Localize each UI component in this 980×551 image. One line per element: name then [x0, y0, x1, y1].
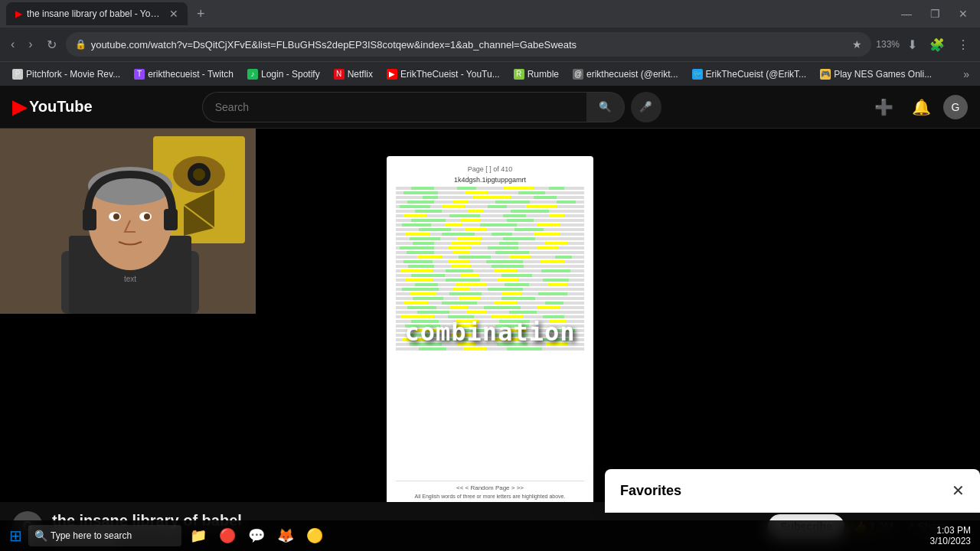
bookmark-twitter2[interactable]: 🐦 ErikTheCueist (@ErikT... [686, 67, 813, 81]
doc-footer: << < Random Page > >> [396, 481, 584, 491]
bookmark-twitch-icon: T [134, 69, 145, 80]
bookmark-youtube[interactable]: ▶ ErikTheCueist - YouTu... [381, 67, 506, 81]
search-input[interactable] [202, 92, 586, 122]
taskbar-browser-icon[interactable]: 🔴 [214, 522, 241, 549]
svg-point-4 [193, 168, 205, 181]
bookmark-rumble-icon: R [514, 69, 524, 80]
active-tab[interactable]: ▶ the insane library of babel - YouTube … [6, 2, 188, 25]
webcam-image: text [0, 129, 256, 314]
tab-title: the insane library of babel - YouTube [27, 8, 165, 19]
svg-rect-80 [448, 246, 471, 249]
svg-rect-91 [555, 256, 572, 259]
svg-rect-68 [534, 233, 560, 236]
bookmark-nes[interactable]: 🎮 Play NES Games Onli... [814, 67, 938, 81]
svg-rect-50 [549, 214, 564, 217]
svg-rect-134 [403, 302, 428, 305]
svg-rect-39 [442, 205, 465, 208]
maximize-button[interactable]: ❐ [924, 5, 946, 23]
svg-rect-139 [407, 306, 436, 309]
svg-rect-109 [501, 274, 532, 277]
extensions-button[interactable]: 🧩 [925, 34, 949, 55]
taskbar-explorer-icon[interactable]: 📁 [185, 522, 212, 549]
more-bookmarks-button[interactable]: » [959, 67, 974, 82]
svg-rect-119 [547, 283, 567, 286]
bookmark-netflix-icon: N [334, 69, 345, 80]
svg-rect-22 [503, 187, 534, 190]
bookmark-rumble[interactable]: R Rumble [508, 67, 565, 81]
bookmark-youtube-icon: ▶ [387, 69, 397, 80]
svg-rect-36 [557, 201, 576, 204]
user-avatar[interactable]: G [943, 95, 968, 119]
svg-rect-176 [410, 343, 442, 346]
address-bar[interactable]: 🔒 youtube.com/watch?v=DsQitCjXFvE&list=F… [66, 32, 872, 57]
nav-icons: 133% ⬇ 🧩 ⋮ [876, 34, 974, 55]
youtube-logo[interactable]: ▶ YouTube [12, 96, 93, 118]
svg-rect-98 [408, 265, 434, 268]
svg-rect-23 [549, 187, 564, 190]
svg-rect-85 [453, 251, 470, 254]
svg-rect-169 [492, 334, 528, 337]
back-button[interactable]: ‹ [6, 34, 19, 54]
bookmark-pitchfork-icon: P [12, 69, 23, 80]
svg-rect-53 [461, 219, 480, 222]
bookmark-twitter2-icon: 🐦 [692, 69, 703, 80]
svg-rect-52 [411, 219, 446, 222]
svg-rect-126 [449, 292, 482, 295]
bookmark-twitter1[interactable]: @ erikthecueist (@erikt... [567, 67, 684, 81]
svg-rect-145 [466, 311, 486, 314]
bookmark-youtube-label: ErikTheCueist - YouTu... [400, 69, 500, 80]
svg-rect-131 [459, 297, 480, 300]
create-button[interactable]: ➕ [868, 92, 900, 122]
svg-rect-47 [403, 214, 426, 217]
svg-rect-168 [451, 334, 471, 337]
svg-rect-150 [492, 315, 524, 318]
taskbar-firefox-icon[interactable]: 🦊 [272, 522, 299, 549]
svg-rect-43 [415, 210, 442, 213]
refresh-button[interactable]: ↻ [42, 34, 61, 55]
taskbar-search[interactable]: 🔍 Type here to search [28, 525, 181, 546]
svg-rect-136 [494, 302, 517, 305]
tab-close-button[interactable]: ✕ [169, 8, 178, 20]
svg-rect-130 [413, 297, 443, 300]
new-tab-button[interactable]: + [191, 3, 211, 25]
start-button[interactable]: ⊞ [3, 523, 28, 548]
bookmark-twitter2-label: ErikTheCueist (@ErikT... [706, 69, 807, 80]
svg-rect-21 [457, 187, 476, 190]
svg-rect-163 [461, 329, 485, 332]
svg-text:text: text [124, 275, 136, 283]
svg-rect-174 [541, 338, 569, 341]
svg-rect-162 [414, 329, 443, 332]
voice-search-button[interactable]: 🎤 [631, 92, 662, 122]
svg-rect-77 [545, 242, 568, 245]
taskbar-search-text: Type here to search [51, 530, 132, 541]
bookmark-twitch[interactable]: T erikthecueist - Twitch [128, 67, 240, 81]
bookmark-spotify[interactable]: ♪ Login - Spotify [241, 67, 326, 81]
favorites-close-button[interactable]: ✕ [952, 481, 965, 500]
bookmark-netflix-label: Netflix [348, 69, 373, 80]
tab-bar: ▶ the insane library of babel - YouTube … [0, 0, 980, 28]
svg-rect-33 [407, 201, 434, 204]
bookmark-pitchfork[interactable]: P Pitchfork - Movie Rev... [6, 67, 126, 81]
svg-rect-183 [507, 347, 542, 350]
svg-rect-103 [446, 269, 473, 272]
taskbar-discord-icon[interactable]: 💬 [243, 522, 270, 549]
notifications-button[interactable]: 🔔 [906, 92, 937, 122]
svg-rect-156 [549, 320, 566, 323]
svg-rect-54 [507, 219, 534, 222]
svg-rect-146 [509, 311, 537, 314]
svg-rect-88 [417, 256, 442, 259]
forward-button[interactable]: › [24, 34, 37, 54]
svg-rect-71 [457, 237, 482, 240]
download-button[interactable]: ⬇ [903, 34, 922, 55]
close-button[interactable]: ✕ [952, 5, 974, 23]
minimize-button[interactable]: — [895, 5, 918, 23]
search-button[interactable]: 🔍 [586, 92, 625, 122]
svg-rect-95 [486, 260, 523, 263]
windows-logo-icon: ⊞ [9, 527, 22, 544]
taskbar-extra-icon[interactable]: 🟡 [301, 522, 328, 549]
bookmark-netflix[interactable]: N Netflix [328, 67, 379, 81]
svg-rect-74 [413, 242, 434, 245]
bookmark-pitchfork-label: Pitchfork - Movie Rev... [26, 69, 120, 80]
svg-rect-75 [451, 242, 480, 245]
menu-button[interactable]: ⋮ [952, 34, 974, 55]
